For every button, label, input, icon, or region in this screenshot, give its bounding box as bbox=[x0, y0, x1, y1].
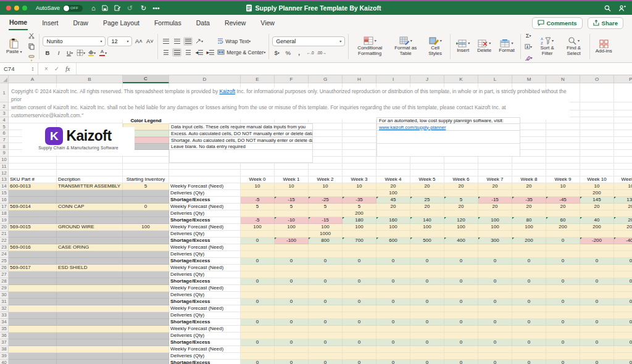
clear-icon[interactable]: ▾ bbox=[524, 54, 533, 62]
forecast-cell[interactable]: 100 bbox=[410, 224, 444, 231]
shortage-cell[interactable]: -35 bbox=[512, 197, 546, 204]
insert-function-icon[interactable]: fx bbox=[65, 65, 70, 72]
row-header[interactable]: 24 bbox=[0, 251, 9, 258]
deliveries-cell[interactable] bbox=[478, 292, 512, 299]
forecast-cell[interactable] bbox=[512, 285, 546, 292]
cell[interactable] bbox=[580, 123, 614, 130]
forecast-cell[interactable] bbox=[512, 346, 546, 353]
forecast-cell[interactable] bbox=[410, 244, 444, 251]
cell[interactable] bbox=[9, 170, 57, 176]
starting-inventory-header[interactable]: Starting Inventory bbox=[123, 176, 169, 183]
cell[interactable] bbox=[580, 157, 614, 163]
cell[interactable] bbox=[169, 176, 241, 183]
blank-cell[interactable] bbox=[9, 299, 57, 305]
column-header-B[interactable]: B bbox=[57, 75, 123, 83]
deliveries-cell[interactable] bbox=[614, 271, 632, 278]
deliveries-cell[interactable] bbox=[444, 312, 478, 319]
sku-cell[interactable] bbox=[9, 285, 57, 292]
forecast-cell[interactable] bbox=[546, 346, 580, 353]
sku-cell[interactable] bbox=[9, 326, 57, 333]
deliveries-cell[interactable] bbox=[546, 333, 580, 339]
blank-cell[interactable] bbox=[57, 299, 123, 305]
shortage-cell[interactable]: 0 bbox=[478, 258, 512, 265]
deliveries-cell[interactable]: 200 bbox=[580, 190, 614, 197]
save-icon[interactable] bbox=[102, 5, 108, 11]
blank-cell[interactable] bbox=[123, 333, 169, 339]
column-header-F[interactable]: F bbox=[275, 75, 309, 83]
autosave-switch[interactable]: OFF bbox=[63, 5, 83, 12]
column-header-K[interactable]: K bbox=[444, 75, 478, 83]
column-header-A[interactable]: A bbox=[9, 75, 57, 83]
forecast-cell[interactable] bbox=[241, 326, 275, 333]
forecast-cell[interactable]: 5 bbox=[241, 204, 275, 210]
forecast-cell[interactable] bbox=[410, 285, 444, 292]
blank-cell[interactable] bbox=[9, 292, 57, 299]
minimize-window-button[interactable] bbox=[14, 6, 19, 10]
align-bottom-icon[interactable] bbox=[183, 37, 193, 46]
forecast-cell[interactable] bbox=[275, 265, 309, 271]
bold-button[interactable]: B bbox=[43, 49, 52, 57]
percent-icon[interactable]: % bbox=[283, 49, 293, 57]
find-select-button[interactable]: ▾ Find & Select bbox=[562, 36, 586, 57]
row-header-7[interactable]: 7 bbox=[0, 137, 9, 144]
shortage-cell[interactable]: 0 bbox=[376, 339, 410, 346]
description-cell[interactable] bbox=[57, 326, 123, 333]
deliveries-cell[interactable] bbox=[512, 312, 546, 319]
blank-cell[interactable] bbox=[123, 339, 169, 346]
blank-cell[interactable] bbox=[123, 360, 169, 364]
row-header-8[interactable]: 8 bbox=[0, 143, 9, 150]
row-header-6[interactable]: 6 bbox=[0, 130, 9, 137]
forecast-cell[interactable] bbox=[343, 265, 376, 271]
shortage-cell[interactable]: 0 bbox=[309, 278, 343, 285]
blank-cell[interactable] bbox=[9, 238, 57, 244]
description-cell[interactable]: GROUND WIRE bbox=[57, 224, 123, 231]
shortage-cell[interactable]: 0 bbox=[376, 360, 410, 364]
deliveries-cell[interactable] bbox=[275, 210, 309, 217]
cell[interactable] bbox=[444, 163, 478, 170]
deliveries-cell[interactable] bbox=[309, 333, 343, 339]
column-header-L[interactable]: L bbox=[478, 75, 512, 83]
row-header-11[interactable]: 11 bbox=[0, 163, 9, 170]
deliveries-cell[interactable] bbox=[580, 292, 614, 299]
shortage-cell[interactable]: 0 bbox=[478, 319, 512, 326]
blank-cell[interactable] bbox=[123, 231, 169, 238]
starting-inventory-cell[interactable]: 5 bbox=[123, 183, 169, 190]
cell[interactable] bbox=[343, 130, 376, 137]
deliveries-cell[interactable] bbox=[478, 231, 512, 238]
font-color-button[interactable]: A▾ bbox=[98, 49, 107, 57]
shortage-cell[interactable]: 0 bbox=[546, 278, 580, 285]
forecast-cell[interactable] bbox=[309, 346, 343, 353]
shortage-cell[interactable]: 140 bbox=[410, 217, 444, 224]
shortage-cell[interactable]: 0 bbox=[241, 360, 275, 364]
cell[interactable] bbox=[580, 143, 614, 150]
save-as-icon[interactable] bbox=[114, 5, 121, 11]
deliveries-cell[interactable] bbox=[546, 210, 580, 217]
blank-cell[interactable] bbox=[9, 190, 57, 197]
shortage-cell[interactable]: 0 bbox=[309, 299, 343, 305]
cell[interactable] bbox=[309, 137, 343, 144]
shortage-cell[interactable]: 5 bbox=[444, 197, 478, 204]
deliveries-cell[interactable] bbox=[309, 251, 343, 258]
number-format-select[interactable]: General▾ bbox=[272, 36, 345, 46]
row-header[interactable]: 20 bbox=[0, 224, 9, 231]
forecast-cell[interactable]: 100 bbox=[512, 224, 546, 231]
deliveries-cell[interactable] bbox=[241, 251, 275, 258]
conditional-formatting-button[interactable]: ▾ Conditional Formatting bbox=[352, 36, 388, 57]
forecast-cell[interactable] bbox=[546, 326, 580, 333]
cell[interactable] bbox=[241, 170, 275, 176]
column-header-J[interactable]: J bbox=[410, 75, 444, 83]
forecast-cell[interactable]: 10 bbox=[343, 183, 376, 190]
blank-cell[interactable] bbox=[57, 217, 123, 224]
deliveries-cell[interactable] bbox=[241, 333, 275, 339]
shortage-cell[interactable]: -10 bbox=[275, 217, 309, 224]
forecast-cell[interactable]: 5 bbox=[309, 204, 343, 210]
deliveries-cell[interactable] bbox=[444, 292, 478, 299]
shortage-cell[interactable]: 0 bbox=[343, 278, 376, 285]
forecast-cell[interactable] bbox=[478, 285, 512, 292]
row-header[interactable]: 36 bbox=[0, 333, 9, 339]
deliveries-cell[interactable] bbox=[343, 333, 376, 339]
week-header-2[interactable]: Week 2 bbox=[309, 176, 343, 183]
cell[interactable] bbox=[580, 170, 614, 176]
forecast-cell[interactable] bbox=[376, 244, 410, 251]
cell[interactable] bbox=[309, 123, 343, 130]
